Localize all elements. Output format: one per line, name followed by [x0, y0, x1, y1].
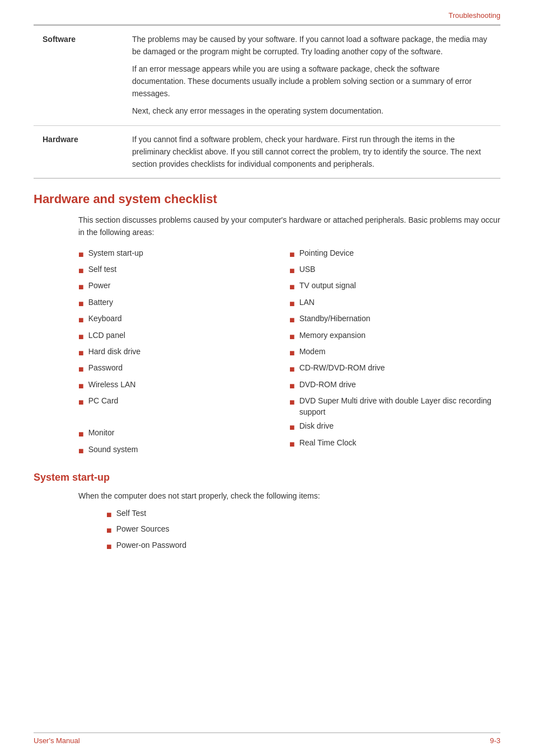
- checklist-item-text: Modem: [299, 346, 326, 358]
- bullet-icon: ■: [289, 248, 295, 261]
- checklist-item-text: USB: [299, 264, 316, 275]
- software-para-3: Next, check any error messages in the op…: [132, 105, 491, 118]
- bullet-icon: ■: [78, 396, 84, 408]
- list-item: ■ Password: [78, 363, 289, 375]
- bullet-icon: ■: [289, 298, 295, 310]
- list-item: ■ Hard disk drive: [78, 346, 289, 359]
- hardware-checklist-columns: ■ System start-up ■ Self test ■ Power ■ …: [34, 248, 500, 461]
- page-header: Troubleshooting: [34, 11, 500, 25]
- checklist-item-text: Real Time Clock: [299, 438, 357, 449]
- checklist-item-text: Disk drive: [299, 421, 334, 432]
- table-row-software: Software The problems may be caused by y…: [34, 26, 500, 126]
- hardware-para-1: If you cannot find a software problem, c…: [132, 134, 491, 170]
- checklist-item-text: DVD Super Multi drive with double Layer …: [299, 396, 500, 417]
- checklist-item-text: Pointing Device: [299, 248, 354, 259]
- checklist-item-text: Hard disk drive: [88, 346, 140, 358]
- bullet-icon: ■: [289, 331, 295, 343]
- list-item: ■ PC Card: [78, 396, 289, 408]
- software-para-2: If an error message appears while you ar…: [132, 63, 491, 100]
- checklist-item-text: Memory expansion: [299, 330, 366, 341]
- list-item: ■ LAN: [289, 297, 500, 310]
- bullet-icon: ■: [78, 281, 84, 293]
- list-item: ■ CD-RW/DVD-ROM drive: [289, 363, 500, 375]
- bullet-icon: ■: [78, 331, 84, 343]
- list-item: ■ Pointing Device: [289, 248, 500, 261]
- bullet-icon: ■: [78, 298, 84, 310]
- page-footer: User's Manual 9-3: [34, 732, 500, 745]
- bullet-icon: ■: [78, 428, 84, 440]
- checklist-item-text: Power-on Password: [116, 540, 186, 551]
- list-item: ■ USB: [289, 264, 500, 277]
- hardware-checklist-intro: This section discusses problems caused b…: [34, 214, 500, 238]
- checklist-item-text: Monitor: [88, 428, 115, 439]
- checklist-item-text: Self Test: [116, 508, 146, 519]
- list-item: ■ Self Test: [106, 508, 500, 521]
- checklist-item-text: Battery: [88, 297, 113, 308]
- row-label-hardware: Hardware: [34, 126, 123, 179]
- checklist-item-text: DVD-ROM drive: [299, 379, 356, 391]
- checklist-left-col: ■ System start-up ■ Self test ■ Power ■ …: [78, 248, 289, 461]
- list-item: ■ Standby/Hibernation: [289, 313, 500, 326]
- list-item-spacer: [78, 412, 289, 424]
- troubleshoot-table: Software The problems may be caused by y…: [34, 25, 500, 179]
- checklist-item-text: System start-up: [88, 248, 143, 259]
- system-startup-checklist: ■ Self Test ■ Power Sources ■ Power-on P…: [34, 508, 500, 553]
- checklist-item-text: Power Sources: [116, 524, 170, 535]
- bullet-icon: ■: [106, 541, 112, 553]
- page-number: 9-3: [490, 736, 500, 745]
- hardware-checklist-heading: Hardware and system checklist: [34, 192, 500, 206]
- system-startup-heading: System start-up: [34, 472, 500, 483]
- checklist-item-text: TV output signal: [299, 280, 356, 292]
- bullet-icon: ■: [78, 445, 84, 457]
- checklist-item-text: Keyboard: [88, 313, 122, 325]
- bullet-icon: ■: [289, 396, 295, 408]
- list-item: ■ DVD-ROM drive: [289, 379, 500, 392]
- checklist-item-text: CD-RW/DVD-ROM drive: [299, 363, 385, 374]
- list-item: ■ DVD Super Multi drive with double Laye…: [289, 396, 500, 417]
- checklist-item-text: Wireless LAN: [88, 379, 136, 391]
- bullet-icon: ■: [106, 524, 112, 537]
- bullet-icon: ■: [78, 248, 84, 261]
- bullet-icon: ■: [78, 265, 84, 277]
- list-item: ■ Disk drive: [289, 421, 500, 434]
- checklist-item-text: Self test: [88, 264, 117, 275]
- list-item: ■ System start-up: [78, 248, 289, 261]
- list-item: ■ Power: [78, 280, 289, 293]
- list-item: ■ Self test: [78, 264, 289, 277]
- bullet-icon: ■: [78, 314, 84, 326]
- checklist-item-text: PC Card: [88, 396, 119, 407]
- system-startup-intro: When the computer does not start properl…: [34, 490, 500, 503]
- list-item: ■ Sound system: [78, 444, 289, 457]
- list-item: ■ TV output signal: [289, 280, 500, 293]
- footer-manual-label: User's Manual: [34, 736, 80, 745]
- row-content-software: The problems may be caused by your softw…: [123, 26, 500, 126]
- list-item: ■ Battery: [78, 297, 289, 310]
- checklist-item-text: LCD panel: [88, 330, 125, 341]
- software-para-1: The problems may be caused by your softw…: [132, 34, 491, 58]
- checklist-item-text: Standby/Hibernation: [299, 313, 371, 325]
- list-item: ■ Memory expansion: [289, 330, 500, 343]
- bullet-icon: ■: [289, 347, 295, 359]
- bullet-icon: ■: [289, 265, 295, 277]
- bullet-icon: ■: [289, 421, 295, 434]
- row-label-software: Software: [34, 26, 123, 126]
- checklist-item-text: Power: [88, 280, 111, 292]
- list-item: ■ Wireless LAN: [78, 379, 289, 392]
- list-item: ■ Power Sources: [106, 524, 500, 537]
- list-item: ■ Real Time Clock: [289, 438, 500, 450]
- bullet-icon: ■: [289, 363, 295, 375]
- bullet-icon: ■: [289, 438, 295, 450]
- page-container: Troubleshooting Software The problems ma…: [0, 0, 534, 756]
- bullet-icon: ■: [78, 347, 84, 359]
- list-item: ■ Power-on Password: [106, 540, 500, 553]
- checklist-item-text: Sound system: [88, 444, 138, 456]
- bullet-icon: ■: [78, 380, 84, 392]
- checklist-right-col: ■ Pointing Device ■ USB ■ TV output sign…: [289, 248, 500, 461]
- checklist-item-text: Password: [88, 363, 123, 374]
- table-row-hardware: Hardware If you cannot find a software p…: [34, 126, 500, 179]
- bullet-icon: ■: [289, 314, 295, 326]
- list-item: ■ Modem: [289, 346, 500, 359]
- bullet-icon: ■: [289, 281, 295, 293]
- bullet-icon: ■: [289, 380, 295, 392]
- row-content-hardware: If you cannot find a software problem, c…: [123, 126, 500, 179]
